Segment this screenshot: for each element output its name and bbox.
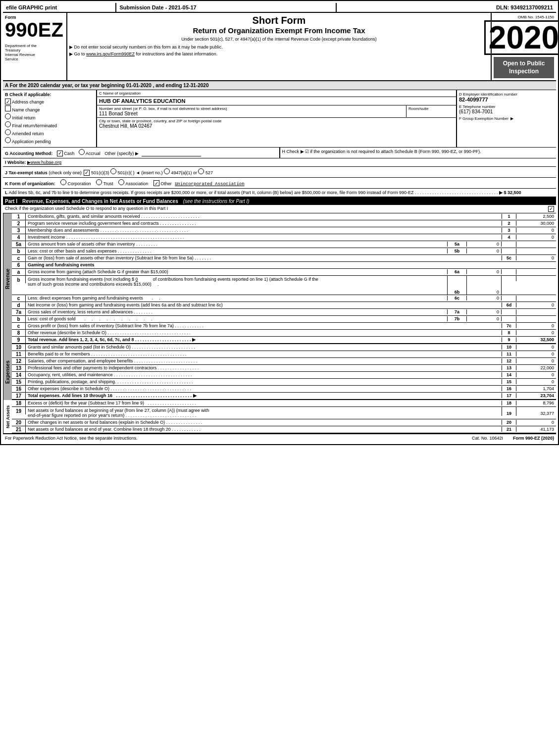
line-1-desc: Contributions, gifts, grants, and simila… [26,213,502,219]
line-15-row: 15 Printing, publications, postage, and … [12,379,556,386]
room-label: Room/suite [408,106,454,111]
section-bcd-row: B Check if applicable: Address change Na… [3,90,556,148]
line-10-desc: Grants and similar amounts paid (list in… [26,344,502,350]
line-10-num: 10 [12,344,26,351]
initial-return-row: Initial return [5,113,94,120]
net-assets-label: Net Assets [3,400,12,434]
j-527-label: 527 [205,170,213,175]
line-20-desc: Other changes in net assets or fund bala… [26,419,502,425]
j-text: (check only one): [49,170,84,175]
line-1-ref: 1 [502,214,516,219]
line-21-ref: 21 [502,427,516,432]
line-6b-empty [502,276,516,281]
top-bar: efile GRAPHIC print Submission Date - 20… [3,3,556,13]
line-7b-row: b Less: cost of goods sold . . . . . . .… [12,316,556,323]
line-5b-row: b Less: cost or other basis and sales ex… [12,248,556,255]
line-4-num: 4 [12,234,26,241]
j-527-cb[interactable] [198,168,204,174]
address-change-checkbox[interactable] [5,99,11,104]
line-14-row: 14 Occupancy, rent, utilities, and maint… [12,372,556,379]
line-7c-final: 0 [516,323,556,328]
line-19-row: 19 Net assets or fund balances at beginn… [12,407,556,419]
line-5a-empty [502,242,516,247]
line-10-ref: 10 [502,345,516,350]
f-label: F Group Exemption Number [459,116,508,121]
line-13-ref: 13 [502,365,516,370]
line-6c-ref: 6c [447,296,467,301]
line-6d-ref: 6d [502,302,516,307]
amended-return-radio[interactable] [5,129,11,135]
line-13-row: 13 Professional fees and other payments … [12,365,556,372]
g-other-input[interactable] [142,151,201,156]
k-corp-rb[interactable] [60,179,66,185]
net-assets-rows: 18 Excess or (deficit) for the year (Sub… [12,400,556,434]
j-4947-cb[interactable] [164,168,170,174]
line-18-row: 18 Excess or (deficit) for the year (Sub… [12,400,556,407]
j-501c-cb[interactable] [110,168,116,174]
name-change-row: Name change [5,105,94,112]
g-cash-cb[interactable] [57,151,63,156]
line-15-ref: 15 [502,379,516,384]
k-assoc-rb[interactable] [118,179,124,185]
g-accrual-cb[interactable] [79,149,85,155]
line-6b-final-empty [516,276,556,281]
line-18-num: 18 [12,400,26,406]
k-trust-rb[interactable] [96,179,102,185]
line-13-final: 22,000 [516,365,556,370]
line-5c-ref: 5c [502,255,516,260]
k-other-rb[interactable] [153,180,159,186]
part1-header: Part I Revenue, Expenses, and Changes in… [3,198,556,205]
section-h: H Check ▶ ☑ if the organization is not r… [280,148,557,158]
submission-date: Submission Date - 2021-05-17 [116,3,337,12]
line-6d-desc: Net income or (loss) from gaming and fun… [26,302,502,308]
name-change-checkbox[interactable] [5,105,11,111]
i-url[interactable]: ▶www.hubae.org [27,160,61,165]
revenue-label: Revenue [3,213,12,344]
irs-link[interactable]: www.irs.gov/Form990EZ [86,51,135,56]
line-11-ref: 11 [502,352,516,356]
final-return-radio[interactable] [5,121,11,127]
section-i: I Website: ▶www.hubae.org [3,158,556,167]
line-5a-ref: 5a [447,242,467,247]
line-5b-desc: Less: cost or other basis and sales expe… [26,248,447,254]
j-4947-label: 4947(a)(1) or [171,170,198,175]
line-7a-num: 7a [12,309,26,315]
line-7c-num: c [12,323,26,329]
application-pending-radio[interactable] [5,137,11,143]
k-trust-label: Trust [103,181,113,186]
part1-schedule-o-cb[interactable] [548,206,554,212]
expenses-label: Expenses [3,344,12,400]
line-10-row: 10 Grants and similar amounts paid (list… [12,344,556,351]
application-pending-label: Application pending [12,139,51,144]
line-20-row: 20 Other changes in net assets or fund b… [12,419,556,426]
note1: ▶ Do not enter social security numbers o… [69,45,489,50]
line-9-ref: 9 [502,337,516,342]
line-2-row: 2 Program service revenue including gove… [12,220,556,227]
j-501c3-cb[interactable] [84,170,90,176]
gh-row: G Accounting Method: Cash Accrual Other … [3,148,556,158]
revenue-rows: 1 Contributions, gifts, grants, and simi… [12,213,556,344]
note2: ▶ Go to www.irs.gov/Form990EZ for instru… [69,51,489,56]
line-12-final: 0 [516,358,556,363]
line-5a-final-empty [516,242,556,247]
line-17-num: 17 [12,393,26,399]
year-display: 2020 [484,20,559,55]
subtitle: Under section 501(c), 527, or 4947(a)(1)… [69,37,489,42]
initial-return-radio[interactable] [5,113,11,119]
line-9-final: 32,500 [516,337,556,342]
section-def: D Employer identification number 82-4099… [457,90,556,147]
g-other-label: Other (specify) ▶ [104,151,139,156]
line-11-row: 11 Benefits paid to or for members . . .… [12,351,556,358]
city-value: Chestnut Hill, MA 02467 [99,123,454,129]
line-7a-amount: 0 [467,309,502,314]
section-l: L Add lines 5b, 6c, and 7b to line 9 to … [3,189,556,198]
address-change-row: Address change [5,99,94,104]
l-text: L Add lines 5b, 6c, and 7b to line 9 to … [5,190,498,195]
line-6b-ref: 6b [447,276,467,295]
line-6d-final: 0 [516,302,556,307]
line-12-desc: Salaries, other compensation, and employ… [26,358,502,364]
line-6c-amount: 0 [467,296,502,301]
k-other-value: Unincorporated Association [175,182,244,187]
k-other-label: Other [160,181,172,186]
final-return-row: Final return/terminated [5,121,94,128]
